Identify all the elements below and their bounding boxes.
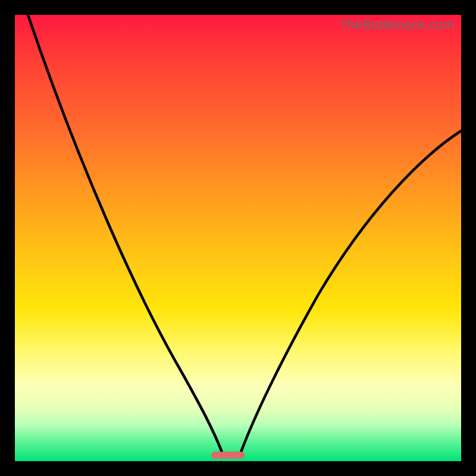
chart-frame: TheBottleneck.com bbox=[15, 15, 461, 461]
left-curve bbox=[28, 15, 223, 455]
bottleneck-curves bbox=[15, 15, 461, 461]
right-curve bbox=[240, 131, 461, 455]
optimal-range-marker bbox=[211, 452, 245, 459]
